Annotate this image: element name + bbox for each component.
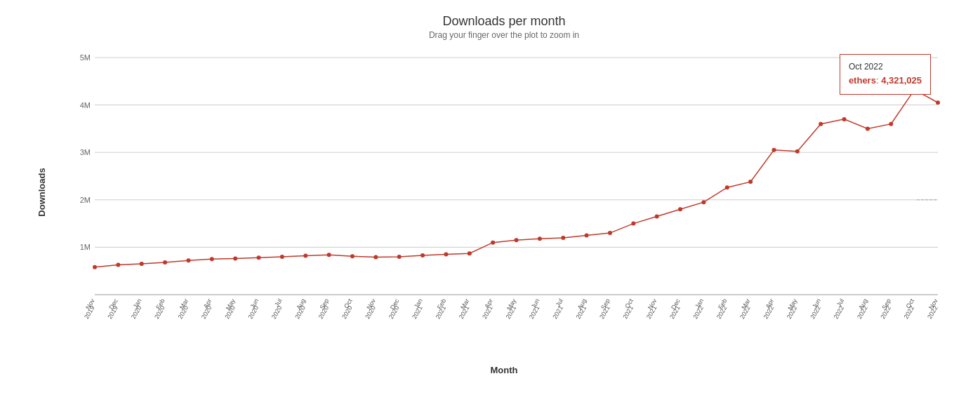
- svg-text:2022: 2022: [903, 304, 916, 320]
- svg-point-96: [350, 254, 355, 258]
- svg-point-113: [748, 180, 753, 184]
- svg-point-117: [842, 117, 847, 121]
- svg-point-105: [561, 236, 565, 240]
- svg-point-93: [280, 255, 284, 259]
- svg-point-89: [186, 258, 190, 262]
- chart-area[interactable]: Downloads Month Oct 2022 ethers: 4,321,0…: [56, 47, 952, 337]
- svg-point-102: [491, 241, 495, 245]
- tooltip-value: ethers: 4,321,025: [849, 74, 922, 88]
- svg-point-94: [303, 254, 307, 258]
- svg-text:5M: 5M: [80, 53, 91, 62]
- svg-text:2M: 2M: [80, 196, 91, 204]
- svg-text:2021: 2021: [551, 304, 564, 320]
- chart-title: Downloads per month: [56, 14, 952, 29]
- svg-point-107: [608, 231, 612, 235]
- svg-text:2021: 2021: [621, 304, 635, 320]
- svg-text:2022: 2022: [762, 304, 776, 320]
- svg-point-106: [585, 234, 589, 238]
- svg-point-97: [373, 255, 378, 260]
- line-chart[interactable]: 5M4M3M2M1MNov2019Dec2019Jan2020Feb2020Ma…: [56, 47, 952, 337]
- svg-point-116: [819, 122, 823, 126]
- svg-point-91: [233, 257, 237, 261]
- chart-container: Downloads per month Drag your finger ove…: [0, 0, 980, 395]
- svg-text:2020: 2020: [200, 304, 213, 320]
- svg-text:4M: 4M: [80, 101, 91, 109]
- svg-point-119: [889, 122, 893, 126]
- svg-point-108: [631, 222, 635, 226]
- svg-point-87: [140, 262, 144, 266]
- svg-point-98: [397, 255, 402, 259]
- svg-point-103: [515, 238, 519, 242]
- svg-point-92: [257, 255, 261, 260]
- svg-point-85: [93, 265, 97, 269]
- svg-text:2020: 2020: [340, 304, 354, 320]
- svg-point-115: [795, 149, 800, 154]
- svg-text:2020: 2020: [270, 304, 284, 320]
- tooltip-box: Oct 2022 ethers: 4,321,025: [840, 54, 931, 95]
- svg-point-101: [468, 251, 472, 255]
- svg-text:1M: 1M: [80, 243, 91, 251]
- svg-point-111: [701, 200, 706, 204]
- svg-point-118: [866, 126, 870, 130]
- chart-subtitle: Drag your finger over the plot to zoom i…: [56, 30, 952, 40]
- svg-point-114: [772, 148, 776, 152]
- svg-point-86: [116, 262, 120, 267]
- svg-point-121: [936, 100, 940, 105]
- svg-point-109: [655, 214, 659, 218]
- svg-text:3M: 3M: [80, 148, 91, 156]
- svg-point-95: [327, 253, 331, 257]
- svg-point-100: [444, 253, 448, 257]
- svg-text:2021: 2021: [481, 304, 494, 320]
- svg-point-99: [421, 253, 425, 257]
- svg-text:2022: 2022: [833, 304, 846, 320]
- tooltip-date: Oct 2022: [849, 60, 922, 74]
- svg-point-90: [210, 257, 214, 261]
- y-axis-label: Downloads: [37, 168, 47, 216]
- svg-point-88: [163, 260, 167, 265]
- svg-point-110: [678, 207, 682, 211]
- x-axis-label: Month: [491, 365, 518, 375]
- svg-point-104: [538, 236, 542, 241]
- svg-point-112: [725, 185, 729, 189]
